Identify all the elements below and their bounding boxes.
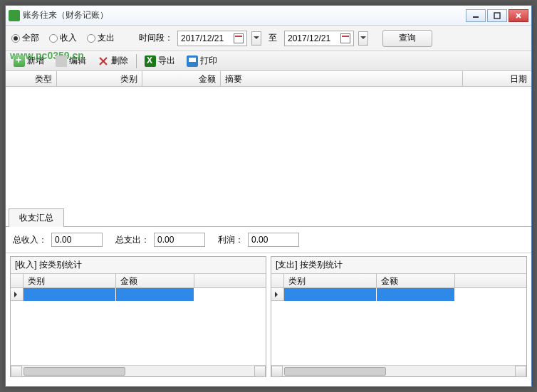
income-hscrollbar[interactable] bbox=[11, 365, 266, 376]
expense-hscrollbar[interactable] bbox=[271, 365, 526, 376]
maximize-button[interactable] bbox=[487, 9, 507, 22]
summary-tabs: 收支汇总 bbox=[6, 208, 531, 227]
date-to-field[interactable] bbox=[288, 33, 338, 43]
delete-icon bbox=[98, 55, 109, 67]
income-col-category[interactable]: 类别 bbox=[24, 274, 116, 287]
date-from-dropdown[interactable] bbox=[251, 31, 261, 46]
income-grid-body[interactable] bbox=[11, 288, 266, 376]
total-expense-value: 0.00 bbox=[154, 233, 205, 247]
total-expense-label: 总支出： bbox=[115, 234, 150, 246]
col-amount[interactable]: 金额 bbox=[142, 71, 221, 86]
table-row[interactable] bbox=[271, 288, 526, 301]
col-summary[interactable]: 摘要 bbox=[221, 71, 463, 86]
total-income-label: 总收入： bbox=[13, 234, 47, 246]
app-icon bbox=[9, 10, 20, 21]
tab-summary[interactable]: 收支汇总 bbox=[9, 208, 64, 227]
expense-col-amount[interactable]: 金额 bbox=[377, 274, 455, 287]
time-label: 时间段： bbox=[139, 32, 173, 44]
edit-button[interactable]: 编辑 bbox=[51, 53, 91, 69]
col-date[interactable]: 日期 bbox=[463, 71, 531, 86]
calendar-icon bbox=[340, 33, 350, 43]
profit-value: 0.00 bbox=[248, 233, 299, 247]
row-indicator-icon bbox=[271, 288, 284, 301]
radio-all[interactable]: 全部 bbox=[11, 32, 39, 44]
summary-row: 总收入： 0.00 总支出： 0.00 利润： 0.00 bbox=[6, 227, 531, 253]
delete-button[interactable]: 删除 bbox=[93, 53, 133, 69]
table-row[interactable] bbox=[11, 288, 266, 301]
expense-grid-body[interactable] bbox=[271, 288, 526, 376]
print-icon bbox=[187, 55, 198, 67]
income-col-amount[interactable]: 金额 bbox=[116, 274, 194, 287]
date-to-label: 至 bbox=[268, 32, 277, 44]
main-grid[interactable]: 类型 类别 金额 摘要 日期 bbox=[6, 71, 531, 206]
app-window: 账务往来（财务记账） 河东软件园 www.pc0359.cn 全部 收入 支出 … bbox=[5, 5, 532, 387]
svg-rect-0 bbox=[494, 13, 500, 18]
filter-bar: 全部 收入 支出 时间段： 至 查询 bbox=[6, 26, 531, 51]
close-button[interactable] bbox=[509, 9, 528, 22]
date-to-input[interactable] bbox=[284, 31, 354, 46]
income-pane-title: [收入] 按类别统计 bbox=[11, 257, 266, 274]
window-title: 账务往来（财务记账） bbox=[23, 9, 466, 21]
minimize-button[interactable] bbox=[466, 9, 486, 22]
toolbar: 新增 编辑 删除 导出 打印 bbox=[6, 51, 531, 71]
print-button[interactable]: 打印 bbox=[182, 53, 222, 69]
export-button[interactable]: 导出 bbox=[140, 53, 180, 69]
expense-pane-title: [支出] 按类别统计 bbox=[271, 257, 526, 274]
stats-panes: [收入] 按类别统计 类别 金额 [支出] 按类别统计 类别 金额 bbox=[6, 253, 531, 380]
toolbar-divider bbox=[136, 54, 137, 68]
add-button[interactable]: 新增 bbox=[9, 53, 49, 69]
titlebar[interactable]: 账务往来（财务记账） bbox=[6, 6, 531, 26]
grid-header: 类型 类别 金额 摘要 日期 bbox=[6, 71, 531, 87]
row-indicator-icon bbox=[11, 288, 24, 301]
income-stats-pane: [收入] 按类别统计 类别 金额 bbox=[10, 256, 266, 377]
expense-col-category[interactable]: 类别 bbox=[284, 274, 377, 287]
edit-icon bbox=[56, 55, 67, 67]
plus-icon bbox=[14, 55, 25, 67]
date-to-dropdown[interactable] bbox=[358, 31, 368, 46]
calendar-icon bbox=[234, 33, 244, 43]
radio-income[interactable]: 收入 bbox=[49, 32, 77, 44]
date-from-field[interactable] bbox=[181, 33, 231, 43]
total-income-value: 0.00 bbox=[51, 233, 103, 247]
expense-stats-pane: [支出] 按类别统计 类别 金额 bbox=[271, 256, 527, 377]
excel-icon bbox=[145, 55, 156, 67]
col-type[interactable]: 类型 bbox=[6, 71, 57, 86]
date-from-input[interactable] bbox=[177, 31, 247, 46]
col-category[interactable]: 类别 bbox=[57, 71, 142, 86]
profit-label: 利润： bbox=[218, 234, 244, 246]
query-button[interactable]: 查询 bbox=[382, 30, 432, 47]
radio-expense[interactable]: 支出 bbox=[87, 32, 115, 44]
